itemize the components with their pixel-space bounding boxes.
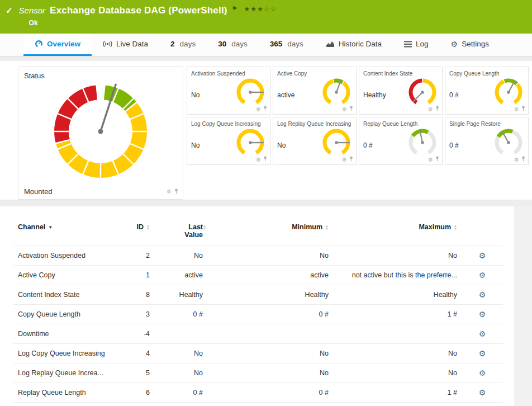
status-section: Status Mounted ⚙ Activation Suspended No…: [0, 61, 532, 200]
tab-live-data[interactable]: Live Data: [92, 34, 159, 56]
channel-settings-gear-icon[interactable]: ⚙: [479, 349, 486, 358]
channel-name[interactable]: Log Copy Queue Increasing: [13, 344, 120, 363]
channel-settings-gear-icon[interactable]: ⚙: [479, 290, 486, 299]
col-header-last-value[interactable]: Last Value▲▼: [154, 221, 207, 246]
channel-settings-gear-icon[interactable]: ⚙: [479, 388, 486, 397]
channel-name[interactable]: Copy Queue Length: [13, 305, 120, 324]
sensor-status-text: Ok: [29, 19, 526, 27]
gauge-value: active: [277, 91, 294, 99]
tab-settings[interactable]: ⚙ Settings: [440, 34, 500, 56]
table-row[interactable]: Active Copy 1 active active not active b…: [13, 266, 503, 285]
table-row[interactable]: Activation Suspended 2 No No No ⚙: [13, 246, 503, 266]
tab-30-days-number: 30: [218, 40, 226, 48]
tab-live-data-label: Live Data: [116, 40, 148, 48]
table-row[interactable]: Log Replay Queue Increa... 5 No No No ⚙: [13, 363, 503, 383]
pin-icon[interactable]: [263, 106, 267, 112]
channels-table-wrap: Channel▼ ID▲▼ Last Value▲▼ Minimum▲▼ Max…: [0, 206, 532, 406]
gauge-title: Log Replay Queue Increasing: [277, 121, 352, 127]
gear-icon[interactable]: ⚙: [342, 157, 347, 163]
col-header-channel[interactable]: Channel▼: [13, 221, 120, 246]
table-row[interactable]: Copy Queue Length 3 0 # 0 # 1 # ⚙: [13, 305, 503, 324]
tab-30-days[interactable]: 30 days: [207, 34, 259, 56]
pin-icon[interactable]: [435, 156, 439, 163]
channel-gauge-panel[interactable]: Log Replay Queue Increasing No ⚙: [273, 117, 357, 165]
gear-icon[interactable]: ⚙: [256, 106, 261, 112]
pin-icon[interactable]: [263, 156, 267, 163]
channel-last-value: active: [154, 266, 207, 285]
channel-last-value: [154, 324, 207, 344]
col-header-channel-label: Channel: [18, 223, 45, 231]
gauge-value: No: [191, 141, 200, 149]
gear-icon[interactable]: ⚙: [428, 106, 433, 112]
channel-settings-gear-icon[interactable]: ⚙: [479, 271, 486, 280]
channel-settings-gear-icon[interactable]: ⚙: [479, 251, 486, 260]
channel-gauge-panel[interactable]: Copy Queue Length 0 # ⚙: [445, 67, 529, 115]
table-row[interactable]: Downtime -4 ⚙: [13, 324, 503, 344]
status-main-gauge[interactable]: [24, 81, 177, 182]
tab-2-days-number: 2: [170, 40, 175, 48]
gear-icon[interactable]: ⚙: [167, 188, 172, 195]
table-row[interactable]: Content Index State 8 Healthy Healthy He…: [13, 285, 503, 305]
col-header-minimum-label: Minimum: [292, 223, 322, 231]
table-row[interactable]: Single Page Restore 7 0 # 0 # 0 # ⚙: [13, 403, 503, 406]
channel-gauge-panel[interactable]: Log Copy Queue Increasing No ⚙: [187, 117, 270, 165]
channel-name[interactable]: Activation Suspended: [13, 246, 120, 266]
channel-gauge-panel[interactable]: Replay Queue Length 0 # ⚙: [359, 117, 443, 165]
col-header-last-value-label: Last Value: [178, 223, 203, 239]
col-header-maximum[interactable]: Maximum▲▼: [333, 221, 462, 246]
channel-minimum: No: [207, 246, 333, 266]
channel-gauge: [321, 127, 352, 158]
pin-icon[interactable]: [435, 106, 439, 112]
gauge-value: 0 #: [449, 141, 459, 149]
channel-last-value: No: [154, 344, 207, 363]
flag-icon[interactable]: ⚑: [232, 5, 238, 12]
channel-name[interactable]: Active Copy: [13, 266, 120, 285]
channel-name[interactable]: Content Index State: [13, 285, 120, 305]
col-header-minimum[interactable]: Minimum▲▼: [207, 221, 333, 246]
channel-settings-gear-icon[interactable]: ⚙: [479, 329, 486, 338]
channel-gauge-panel[interactable]: Activation Suspended No ⚙: [187, 67, 270, 115]
col-header-id[interactable]: ID▲▼: [120, 221, 154, 246]
channels-table: Channel▼ ID▲▼ Last Value▲▼ Minimum▲▼ Max…: [13, 221, 503, 406]
channel-settings-gear-icon[interactable]: ⚙: [479, 369, 486, 377]
channel-name[interactable]: Single Page Restore: [13, 403, 120, 406]
channel-maximum: 1 #: [333, 383, 462, 403]
gauge-title: Copy Queue Length: [449, 70, 524, 77]
tab-historic-data[interactable]: Historic Data: [315, 34, 393, 56]
table-row[interactable]: Replay Queue Length 6 0 # 0 # 1 # ⚙: [13, 383, 503, 403]
channel-name[interactable]: Downtime: [13, 324, 120, 344]
table-row[interactable]: Log Copy Queue Increasing 4 No No No ⚙: [13, 344, 503, 363]
settings-gear-icon: ⚙: [451, 40, 458, 48]
star-rating[interactable]: ★★★☆☆: [244, 5, 277, 13]
channel-minimum: active: [207, 266, 333, 285]
panel-action-icons: ⚙: [167, 188, 178, 195]
channel-maximum: Healthy: [333, 285, 462, 305]
tab-overview[interactable]: Overview: [23, 34, 92, 56]
channels-table-section: Channel▼ ID▲▼ Last Value▲▼ Minimum▲▼ Max…: [0, 206, 514, 406]
channel-gauge: [493, 77, 524, 108]
section-divider: [0, 200, 532, 206]
channel-name[interactable]: Replay Queue Length: [13, 383, 120, 403]
status-panel-title: Status: [24, 72, 177, 80]
gear-icon[interactable]: ⚙: [514, 157, 519, 163]
pin-icon[interactable]: [174, 188, 178, 195]
gear-icon[interactable]: ⚙: [256, 157, 261, 163]
tab-log[interactable]: Log: [393, 34, 440, 56]
pin-icon[interactable]: [521, 106, 525, 112]
col-header-settings: [462, 221, 503, 246]
pin-icon[interactable]: [349, 156, 353, 163]
channel-gauge-panel[interactable]: Active Copy active ⚙: [273, 67, 357, 115]
channel-gauge-panel[interactable]: Content Index State Healthy ⚙: [359, 67, 443, 115]
gear-icon[interactable]: ⚙: [342, 106, 347, 112]
pin-icon[interactable]: [349, 106, 353, 112]
channel-name[interactable]: Log Replay Queue Increa...: [13, 363, 120, 383]
pin-icon[interactable]: [521, 156, 525, 163]
table-header-row: Channel▼ ID▲▼ Last Value▲▼ Minimum▲▼ Max…: [13, 221, 503, 246]
gear-icon[interactable]: ⚙: [428, 157, 433, 163]
tab-365-days[interactable]: 365 days: [259, 34, 315, 56]
channel-settings-gear-icon[interactable]: ⚙: [479, 310, 486, 319]
gear-icon[interactable]: ⚙: [514, 106, 519, 112]
tab-2-days[interactable]: 2 days: [159, 34, 207, 56]
channel-gauge-panel[interactable]: Single Page Restore 0 # ⚙: [445, 117, 529, 165]
sensor-header: ✓ Sensor Exchange Database DAG (PowerShe…: [0, 0, 532, 34]
